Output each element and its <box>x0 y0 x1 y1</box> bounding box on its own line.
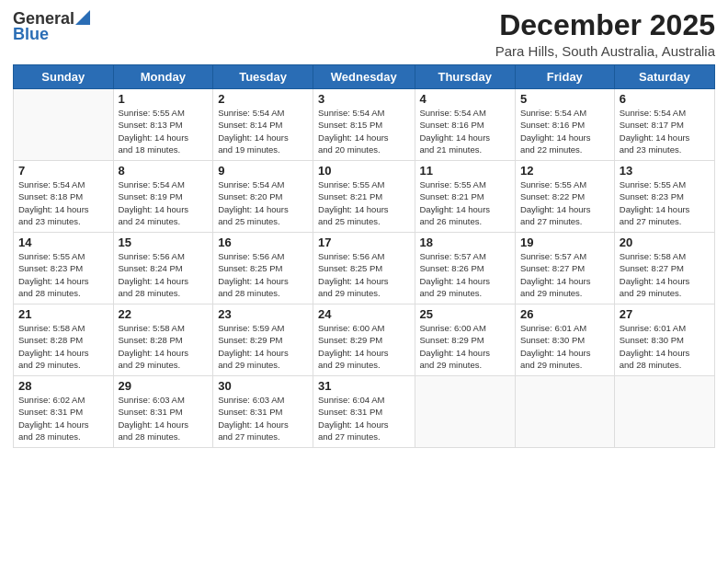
logo-icon <box>75 10 90 25</box>
calendar-header-row: SundayMondayTuesdayWednesdayThursdayFrid… <box>14 65 715 89</box>
calendar-day-header: Tuesday <box>213 65 313 89</box>
cell-info-text: Sunrise: 5:55 AM Sunset: 8:21 PM Dayligh… <box>318 178 409 227</box>
calendar-day-header: Saturday <box>614 65 714 89</box>
cell-date-number: 6 <box>620 92 710 106</box>
calendar-cell: 23Sunrise: 5:59 AM Sunset: 8:29 PM Dayli… <box>213 304 313 376</box>
calendar-week-row: 21Sunrise: 5:58 AM Sunset: 8:28 PM Dayli… <box>14 304 715 376</box>
calendar-cell: 16Sunrise: 5:56 AM Sunset: 8:25 PM Dayli… <box>213 233 313 304</box>
cell-date-number: 13 <box>620 164 710 178</box>
cell-info-text: Sunrise: 5:56 AM Sunset: 8:24 PM Dayligh… <box>119 250 209 299</box>
calendar-day-header: Sunday <box>14 65 114 89</box>
cell-info-text: Sunrise: 5:57 AM Sunset: 8:27 PM Dayligh… <box>520 250 609 299</box>
cell-date-number: 12 <box>520 164 609 178</box>
cell-date-number: 7 <box>18 164 108 178</box>
cell-info-text: Sunrise: 5:55 AM Sunset: 8:21 PM Dayligh… <box>420 178 510 227</box>
cell-info-text: Sunrise: 5:55 AM Sunset: 8:22 PM Dayligh… <box>520 178 609 227</box>
cell-date-number: 10 <box>318 164 409 178</box>
header: General Blue December 2025 Para Hills, S… <box>13 9 715 59</box>
calendar-cell: 9Sunrise: 5:54 AM Sunset: 8:20 PM Daylig… <box>213 161 313 233</box>
calendar-cell: 27Sunrise: 6:01 AM Sunset: 8:30 PM Dayli… <box>614 304 714 376</box>
cell-info-text: Sunrise: 5:54 AM Sunset: 8:19 PM Dayligh… <box>119 178 209 227</box>
cell-date-number: 27 <box>620 307 710 321</box>
cell-date-number: 22 <box>119 307 209 321</box>
calendar-week-row: 7Sunrise: 5:54 AM Sunset: 8:18 PM Daylig… <box>14 161 715 233</box>
calendar-day-header: Thursday <box>415 65 515 89</box>
cell-info-text: Sunrise: 6:03 AM Sunset: 8:31 PM Dayligh… <box>119 394 209 442</box>
cell-date-number: 16 <box>218 236 308 249</box>
cell-info-text: Sunrise: 5:56 AM Sunset: 8:25 PM Dayligh… <box>318 250 409 299</box>
calendar-cell: 4Sunrise: 5:54 AM Sunset: 8:16 PM Daylig… <box>415 89 515 161</box>
calendar-cell: 24Sunrise: 6:00 AM Sunset: 8:29 PM Dayli… <box>313 304 415 376</box>
logo: General Blue <box>13 9 90 44</box>
cell-info-text: Sunrise: 6:01 AM Sunset: 8:30 PM Dayligh… <box>620 322 710 371</box>
title-block: December 2025 Para Hills, South Australi… <box>495 9 715 59</box>
calendar-cell: 13Sunrise: 5:55 AM Sunset: 8:23 PM Dayli… <box>614 161 714 233</box>
calendar-cell: 22Sunrise: 5:58 AM Sunset: 8:28 PM Dayli… <box>113 304 213 376</box>
cell-info-text: Sunrise: 5:57 AM Sunset: 8:26 PM Dayligh… <box>420 250 510 299</box>
calendar-table: SundayMondayTuesdayWednesdayThursdayFrid… <box>13 64 715 448</box>
calendar-cell: 30Sunrise: 6:03 AM Sunset: 8:31 PM Dayli… <box>213 376 313 448</box>
cell-date-number: 1 <box>119 92 209 106</box>
cell-date-number: 18 <box>420 236 510 249</box>
cell-info-text: Sunrise: 6:00 AM Sunset: 8:29 PM Dayligh… <box>318 322 409 371</box>
calendar-cell: 20Sunrise: 5:58 AM Sunset: 8:27 PM Dayli… <box>614 233 714 304</box>
calendar-cell: 12Sunrise: 5:55 AM Sunset: 8:22 PM Dayli… <box>515 161 614 233</box>
calendar-cell: 11Sunrise: 5:55 AM Sunset: 8:21 PM Dayli… <box>415 161 515 233</box>
cell-date-number: 2 <box>218 92 308 106</box>
cell-info-text: Sunrise: 5:58 AM Sunset: 8:27 PM Dayligh… <box>620 250 710 299</box>
cell-info-text: Sunrise: 6:04 AM Sunset: 8:31 PM Dayligh… <box>318 394 409 442</box>
cell-info-text: Sunrise: 5:54 AM Sunset: 8:18 PM Dayligh… <box>18 178 108 227</box>
page: General Blue December 2025 Para Hills, S… <box>0 0 728 563</box>
cell-info-text: Sunrise: 5:54 AM Sunset: 8:16 PM Dayligh… <box>520 107 609 155</box>
logo-blue: Blue <box>13 25 49 44</box>
calendar-cell: 25Sunrise: 6:00 AM Sunset: 8:29 PM Dayli… <box>415 304 515 376</box>
calendar-cell <box>415 376 515 448</box>
cell-date-number: 28 <box>18 379 108 393</box>
calendar-cell: 14Sunrise: 5:55 AM Sunset: 8:23 PM Dayli… <box>14 233 114 304</box>
calendar-cell: 6Sunrise: 5:54 AM Sunset: 8:17 PM Daylig… <box>614 89 714 161</box>
cell-date-number: 25 <box>420 307 510 321</box>
calendar-cell: 3Sunrise: 5:54 AM Sunset: 8:15 PM Daylig… <box>313 89 415 161</box>
calendar-week-row: 28Sunrise: 6:02 AM Sunset: 8:31 PM Dayli… <box>14 376 715 448</box>
cell-info-text: Sunrise: 5:54 AM Sunset: 8:16 PM Dayligh… <box>420 107 510 155</box>
calendar-cell: 18Sunrise: 5:57 AM Sunset: 8:26 PM Dayli… <box>415 233 515 304</box>
subtitle: Para Hills, South Australia, Australia <box>495 43 715 59</box>
calendar-cell: 19Sunrise: 5:57 AM Sunset: 8:27 PM Dayli… <box>515 233 614 304</box>
cell-info-text: Sunrise: 5:54 AM Sunset: 8:15 PM Dayligh… <box>318 107 409 155</box>
cell-date-number: 4 <box>420 92 510 106</box>
cell-date-number: 21 <box>18 307 108 321</box>
calendar-cell <box>14 89 114 161</box>
calendar-week-row: 14Sunrise: 5:55 AM Sunset: 8:23 PM Dayli… <box>14 233 715 304</box>
cell-date-number: 23 <box>218 307 308 321</box>
cell-date-number: 11 <box>420 164 510 178</box>
cell-info-text: Sunrise: 6:01 AM Sunset: 8:30 PM Dayligh… <box>520 322 609 371</box>
cell-info-text: Sunrise: 5:59 AM Sunset: 8:29 PM Dayligh… <box>218 322 308 371</box>
cell-date-number: 24 <box>318 307 409 321</box>
cell-info-text: Sunrise: 5:56 AM Sunset: 8:25 PM Dayligh… <box>218 250 308 299</box>
cell-info-text: Sunrise: 5:58 AM Sunset: 8:28 PM Dayligh… <box>18 322 108 371</box>
main-title: December 2025 <box>495 9 715 41</box>
cell-date-number: 20 <box>620 236 710 249</box>
calendar-cell: 15Sunrise: 5:56 AM Sunset: 8:24 PM Dayli… <box>113 233 213 304</box>
cell-date-number: 29 <box>119 379 209 393</box>
calendar-cell: 26Sunrise: 6:01 AM Sunset: 8:30 PM Dayli… <box>515 304 614 376</box>
calendar-cell: 2Sunrise: 5:54 AM Sunset: 8:14 PM Daylig… <box>213 89 313 161</box>
calendar-cell: 21Sunrise: 5:58 AM Sunset: 8:28 PM Dayli… <box>14 304 114 376</box>
calendar-cell: 7Sunrise: 5:54 AM Sunset: 8:18 PM Daylig… <box>14 161 114 233</box>
cell-info-text: Sunrise: 5:58 AM Sunset: 8:28 PM Dayligh… <box>119 322 209 371</box>
cell-info-text: Sunrise: 5:54 AM Sunset: 8:20 PM Dayligh… <box>218 178 308 227</box>
calendar-cell: 31Sunrise: 6:04 AM Sunset: 8:31 PM Dayli… <box>313 376 415 448</box>
cell-info-text: Sunrise: 5:54 AM Sunset: 8:17 PM Dayligh… <box>620 107 710 155</box>
cell-date-number: 30 <box>218 379 308 393</box>
calendar-cell: 28Sunrise: 6:02 AM Sunset: 8:31 PM Dayli… <box>14 376 114 448</box>
calendar-day-header: Friday <box>515 65 614 89</box>
cell-date-number: 8 <box>119 164 209 178</box>
calendar-day-header: Monday <box>113 65 213 89</box>
calendar-cell: 5Sunrise: 5:54 AM Sunset: 8:16 PM Daylig… <box>515 89 614 161</box>
cell-info-text: Sunrise: 6:02 AM Sunset: 8:31 PM Dayligh… <box>18 394 108 442</box>
svg-marker-0 <box>75 10 90 25</box>
calendar-cell: 1Sunrise: 5:55 AM Sunset: 8:13 PM Daylig… <box>113 89 213 161</box>
calendar-cell: 10Sunrise: 5:55 AM Sunset: 8:21 PM Dayli… <box>313 161 415 233</box>
cell-date-number: 19 <box>520 236 609 249</box>
cell-date-number: 15 <box>119 236 209 249</box>
